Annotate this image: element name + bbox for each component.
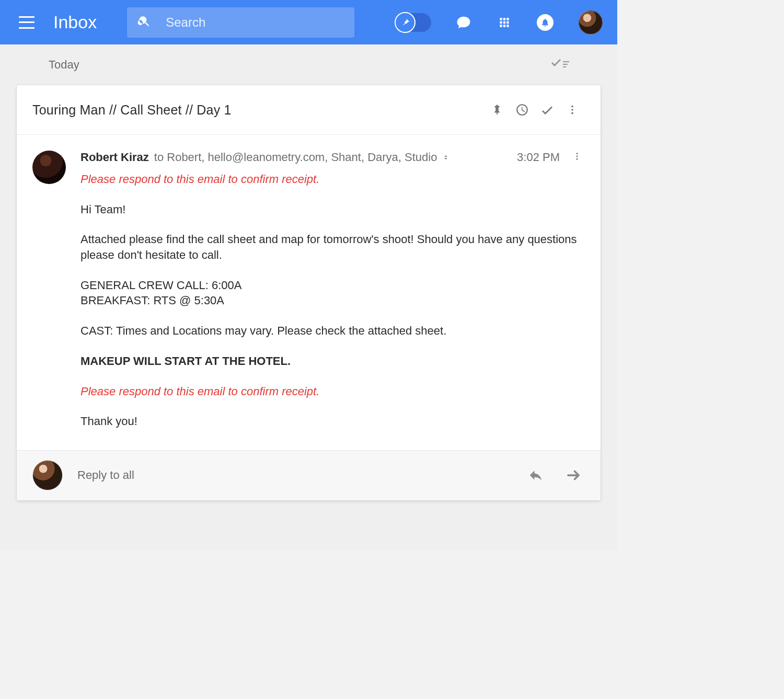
svg-point-5 — [577, 158, 578, 160]
done-button[interactable] — [535, 97, 560, 122]
message-more-button[interactable] — [569, 151, 585, 164]
apps-grid-icon[interactable] — [496, 14, 513, 31]
svg-point-3 — [577, 153, 578, 154]
svg-point-2 — [571, 112, 573, 114]
app-title: Inbox — [53, 12, 97, 32]
message-meta: Robert Kiraz to Robert, hello@leanometry… — [80, 151, 585, 164]
app-window: Inbox Today — [0, 0, 617, 550]
search-icon — [137, 15, 151, 30]
menu-button[interactable] — [19, 16, 34, 29]
message-body: Please respond to this email to confirm … — [80, 171, 585, 429]
signoff: Thank you! — [80, 414, 585, 429]
email-card: Touring Man // Call Sheet // Day 1 Rober… — [17, 85, 601, 500]
breakfast-line: BREAKFAST: RTS @ 5:30A — [80, 293, 585, 308]
section-header: Today — [0, 44, 617, 85]
more-menu-button[interactable] — [560, 97, 585, 122]
notifications-button[interactable] — [537, 14, 554, 31]
message: Robert Kiraz to Robert, hello@leanometry… — [17, 135, 601, 450]
my-avatar[interactable] — [32, 460, 63, 490]
svg-point-1 — [571, 109, 573, 111]
user-avatar[interactable] — [579, 10, 603, 35]
pin-toggle[interactable] — [395, 13, 431, 32]
sweep-icon[interactable] — [550, 57, 569, 73]
snooze-button[interactable] — [510, 97, 535, 122]
crew-call-line: GENERAL CREW CALL: 6:00A — [80, 278, 585, 293]
body-paragraph: Attached please find the call sheet and … — [80, 232, 585, 262]
search-input[interactable] — [166, 15, 344, 30]
email-header: Touring Man // Call Sheet // Day 1 — [17, 85, 601, 135]
cast-line: CAST: Times and Locations may vary. Plea… — [80, 323, 585, 339]
recipients-line: to Robert, hello@leanometry.com, Shant, … — [154, 151, 437, 164]
app-header: Inbox — [0, 0, 617, 44]
svg-point-4 — [577, 156, 578, 157]
search-box[interactable] — [127, 7, 354, 38]
sender-avatar[interactable] — [32, 151, 66, 184]
pin-button[interactable] — [485, 97, 510, 122]
reply-button[interactable] — [524, 464, 547, 487]
chat-icon[interactable] — [455, 14, 472, 31]
expand-recipients-icon[interactable] — [442, 151, 449, 164]
reply-all-field[interactable]: Reply to all — [77, 468, 510, 482]
pin-icon — [395, 12, 416, 33]
forward-button[interactable] — [562, 464, 585, 487]
section-label: Today — [49, 58, 79, 72]
sender-name: Robert Kiraz — [80, 151, 149, 164]
message-time: 3:02 PM — [517, 151, 560, 164]
confirm-line-bottom: Please respond to this email to confirm … — [80, 384, 585, 399]
makeup-line: MAKEUP WILL START AT THE HOTEL. — [80, 353, 585, 369]
email-subject: Touring Man // Call Sheet // Day 1 — [32, 102, 485, 118]
reply-row: Reply to all — [17, 450, 601, 500]
confirm-line-top: Please respond to this email to confirm … — [80, 171, 585, 187]
greeting: Hi Team! — [80, 202, 585, 217]
svg-point-0 — [571, 106, 573, 108]
